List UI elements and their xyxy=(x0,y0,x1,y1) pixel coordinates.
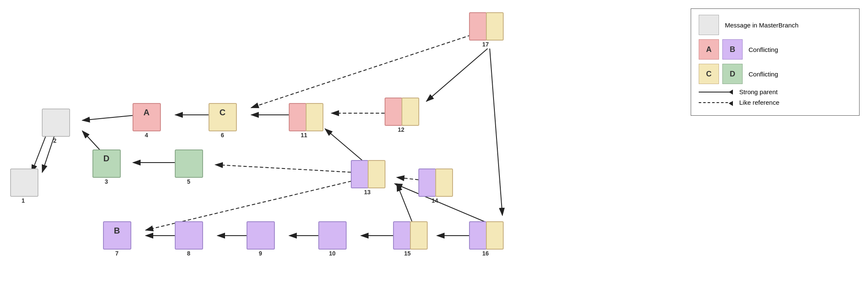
node-16-label: 16 xyxy=(482,250,489,257)
legend-master: Message in MasterBranch xyxy=(699,15,852,35)
node-16-left xyxy=(469,222,486,249)
legend-d-box: D xyxy=(722,64,743,84)
arrow-17-12 xyxy=(426,49,488,101)
node-11-right xyxy=(306,103,323,131)
node-6-label: 6 xyxy=(221,132,224,139)
node-17-left xyxy=(469,13,486,40)
legend-like-reference-label: Like reference xyxy=(739,99,779,106)
node-13-right xyxy=(368,160,385,188)
legend: Message in MasterBranch A B Conflicting … xyxy=(691,8,860,116)
node-14-label: 14 xyxy=(431,197,438,204)
legend-ab: A B Conflicting xyxy=(699,39,852,60)
legend-c-box: C xyxy=(699,64,719,84)
node-12-left xyxy=(385,98,402,125)
node-15-left xyxy=(393,222,410,249)
node-17-label: 17 xyxy=(482,41,489,48)
node-4-letter: A xyxy=(144,108,149,117)
strong-parent-icon xyxy=(699,92,732,92)
legend-ab-label: Conflicting xyxy=(749,46,778,53)
node-2 xyxy=(42,109,70,136)
node-3-letter: D xyxy=(103,154,109,163)
node-13-label: 13 xyxy=(364,189,371,196)
legend-master-label: Message in MasterBranch xyxy=(725,22,798,29)
node-1-label: 1 xyxy=(22,197,25,204)
node-15-right xyxy=(410,222,427,249)
node-17-right xyxy=(486,13,503,40)
node-4-label: 4 xyxy=(145,132,148,139)
node-5 xyxy=(175,150,203,177)
node-11-left xyxy=(289,103,306,131)
node-10 xyxy=(319,222,346,249)
legend-master-box xyxy=(699,15,719,35)
legend-d-letter: D xyxy=(730,70,735,79)
node-8 xyxy=(175,222,203,249)
node-8-label: 8 xyxy=(187,250,190,257)
legend-c-letter: C xyxy=(706,70,712,79)
node-10-label: 10 xyxy=(329,250,336,257)
node-11-label: 11 xyxy=(301,132,307,139)
legend-b-box: B xyxy=(722,39,743,60)
legend-a-box: A xyxy=(699,39,719,60)
node-12-label: 12 xyxy=(398,126,404,133)
node-1 xyxy=(11,169,38,196)
node-9 xyxy=(247,222,274,249)
node-9-label: 9 xyxy=(259,250,262,257)
node-2-label: 2 xyxy=(53,137,57,144)
node-14-right xyxy=(436,169,453,196)
legend-cd-label: Conflicting xyxy=(749,71,778,78)
legend-a-letter: A xyxy=(706,45,712,54)
arrow-17-16 xyxy=(490,49,502,215)
node-5-label: 5 xyxy=(187,178,190,185)
arrow-15-13 xyxy=(397,184,414,226)
node-14-left xyxy=(419,169,436,196)
node-7-label: 7 xyxy=(115,250,119,257)
node-15-label: 15 xyxy=(404,250,411,257)
node-16-right xyxy=(486,222,503,249)
legend-strong-parent-label: Strong parent xyxy=(739,88,778,95)
node-13-left xyxy=(351,160,368,188)
dashed-17-6 xyxy=(251,32,481,108)
arrow-13-11 xyxy=(325,129,367,165)
node-7-letter: B xyxy=(114,226,120,235)
dashed-13-5 xyxy=(215,165,367,173)
node-12-right xyxy=(402,98,419,125)
legend-cd: C D Conflicting xyxy=(699,64,852,84)
legend-b-letter: B xyxy=(730,45,735,54)
legend-strong-parent: Strong parent xyxy=(699,88,852,95)
node-3-label: 3 xyxy=(105,178,108,185)
like-reference-icon xyxy=(699,102,732,103)
legend-like-reference: Like reference xyxy=(699,99,852,106)
node-6-letter: C xyxy=(220,108,225,117)
